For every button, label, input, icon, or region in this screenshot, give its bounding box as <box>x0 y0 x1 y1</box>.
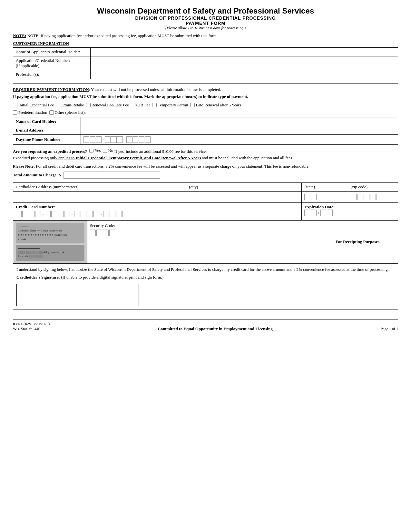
customer-info-header: CUSTOMER INFORMATION <box>13 41 398 46</box>
expedited-question-strong: Are you requesting an expedited process? <box>13 149 87 154</box>
expedited-no-checkbox[interactable] <box>103 149 107 153</box>
cc-box-6 <box>51 211 57 217</box>
zip-input-cell[interactable] <box>348 191 398 202</box>
checkbox-late-renewal-input[interactable] <box>190 103 195 107</box>
address-input[interactable] <box>16 193 183 200</box>
page-header: Wisconsin Department of Safety and Profe… <box>13 6 398 31</box>
zip-box-3 <box>364 194 369 200</box>
cc-box-2 <box>22 211 28 217</box>
phone-value[interactable]: - - <box>81 135 398 145</box>
checkbox-cib-fee-label: CIB Fee <box>136 103 151 108</box>
checkbox-initial-credential-input[interactable] <box>13 103 17 107</box>
zip-box-1 <box>351 194 357 200</box>
expedited-section: Are you requesting an expedited process?… <box>13 148 398 161</box>
state-input-cell[interactable] <box>302 191 348 202</box>
cc-dash-3: - <box>101 212 102 217</box>
cc-number-label-cell: Credit Card Number: - - - <box>13 202 302 220</box>
authorization-text: I understand by signing below, I authori… <box>16 267 395 272</box>
footer-left-line1: #3071 (Rev. 3/20/2023) <box>13 322 50 327</box>
applicant-input[interactable] <box>93 49 395 54</box>
checkbox-predetermination-label: Predetermination <box>18 110 47 115</box>
security-code-section: Security Code: <box>87 221 317 264</box>
cc-box-8 <box>64 211 70 217</box>
checkbox-late-renewal-label: Late Renewal after 5 Years <box>196 103 241 108</box>
exp-box-4 <box>327 210 333 216</box>
phone-label: Daytime Phone Number: <box>13 135 81 145</box>
instruction-text: If paying application fee, application M… <box>13 94 398 99</box>
cc-box-15 <box>116 211 122 217</box>
checkbox-exam-retake[interactable]: Exam/Retake <box>56 103 84 108</box>
card-holder-input[interactable] <box>83 119 395 124</box>
cc-box-11 <box>87 211 93 217</box>
card-back-strip: ━━━━━━━━━━━━━━ <box>18 247 83 251</box>
checkbox-renewal-fee[interactable]: Renewal Fee/Late Fee <box>86 103 129 108</box>
card-back-date: Back side ░░░░░░░░ <box>18 255 83 259</box>
card-holder-label: Name of Card Holder: <box>13 117 81 126</box>
signature-box[interactable] <box>16 284 139 306</box>
credential-number-input[interactable] <box>93 58 395 63</box>
authorization-text-area: I understand by signing below, I authori… <box>13 264 398 310</box>
signature-label-para: Cardholder's Signature: (If unable to pr… <box>16 275 395 280</box>
expedited-no-group[interactable]: No <box>103 148 113 153</box>
city-input[interactable] <box>189 193 299 200</box>
checkbox-temporary-permit-label: Temporary Permit <box>158 103 188 108</box>
zip-label: (zip code) <box>348 182 398 191</box>
card-chip: ▪▪▪▪▪▪▪▪▪▪▪▪▪ <box>18 225 83 229</box>
address-input-cell[interactable] <box>13 191 186 202</box>
checkbox-temporary-permit[interactable]: Temporary Permit <box>152 103 188 108</box>
checkbox-temporary-permit-input[interactable] <box>152 103 157 107</box>
checkbox-predetermination[interactable]: Predetermination <box>13 110 47 115</box>
checkbox-initial-credential[interactable]: Initial Credential Fee <box>13 103 54 108</box>
footer-center: Committed to Equal Opportunity in Employ… <box>158 326 272 331</box>
cc-box-5 <box>45 211 51 217</box>
email-value[interactable] <box>81 126 398 135</box>
table-row: E-mail Address: <box>13 126 398 135</box>
state-box-1 <box>304 194 310 200</box>
expedited-yes-group[interactable]: Yes <box>89 148 101 153</box>
signature-label: Cardholder's Signature: <box>16 275 60 280</box>
card-diagram: ▪▪▪▪▪▪▪▪▪▪▪▪▪ Cardholder Name ══ 3-digit… <box>13 221 87 264</box>
applicant-value[interactable] <box>91 48 398 56</box>
phone-boxes: - - <box>83 136 395 143</box>
checkbox-exam-retake-input[interactable] <box>56 103 60 107</box>
other-list-input[interactable] <box>88 110 136 115</box>
table-row: Daytime Phone Number: - - <box>13 135 398 145</box>
card-holder-value[interactable] <box>81 117 398 126</box>
zip-boxes <box>351 193 395 201</box>
card-info-table: Name of Card Holder: E-mail Address: Day… <box>13 117 398 145</box>
note-label: NOTE: <box>13 33 26 38</box>
checkbox-exam-retake-label: Exam/Retake <box>61 103 84 108</box>
checkbox-predetermination-input[interactable] <box>13 110 17 115</box>
expedited-no-label: No <box>108 148 113 153</box>
email-label: E-mail Address: <box>13 126 81 135</box>
footer: #3071 (Rev. 3/20/2023) Wis. Stat. ch. 44… <box>13 320 398 331</box>
credential-number-value[interactable] <box>91 56 398 70</box>
table-row: Name of Card Holder: <box>13 117 398 126</box>
cc-box-1 <box>16 211 22 217</box>
city-input-cell[interactable] <box>186 191 302 202</box>
profession-input[interactable] <box>93 72 395 77</box>
expedited-yes-checkbox[interactable] <box>89 149 93 153</box>
cc-box-16 <box>122 211 128 217</box>
phone-box-4 <box>105 136 111 143</box>
footer-left-line2: Wis. Stat. ch. 440 <box>13 327 50 331</box>
required-intro-text: : Your request will not be processed unl… <box>89 87 221 92</box>
instruction-strong: If paying application fee, application M… <box>13 94 248 99</box>
profession-value[interactable] <box>91 70 398 79</box>
email-input[interactable] <box>83 128 395 133</box>
checkbox-renewal-fee-input[interactable] <box>86 103 91 107</box>
required-label: REQUIRED PAYMENT INFORMATION <box>13 87 89 92</box>
checkbox-cib-fee[interactable]: CIB Fee <box>131 103 151 108</box>
sec-box-1 <box>90 230 96 236</box>
checkbox-late-renewal[interactable]: Late Renewal after 5 Years <box>190 103 241 108</box>
security-receipting-section: ▪▪▪▪▪▪▪▪▪▪▪▪▪ Cardholder Name ══ 3-digit… <box>13 221 398 264</box>
exp-slash: / <box>318 210 319 215</box>
expedited-fee-note: If yes, include an additional $10.00 fee… <box>114 149 207 154</box>
checkbox-other[interactable]: Other (please list): <box>49 110 86 115</box>
phone-box-1 <box>83 136 89 143</box>
total-amount-input[interactable] <box>64 172 160 179</box>
checkbox-other-input[interactable] <box>49 110 54 115</box>
cc-box-3 <box>29 211 34 217</box>
sec-box-4 <box>109 230 115 236</box>
checkbox-cib-fee-input[interactable] <box>131 103 135 107</box>
